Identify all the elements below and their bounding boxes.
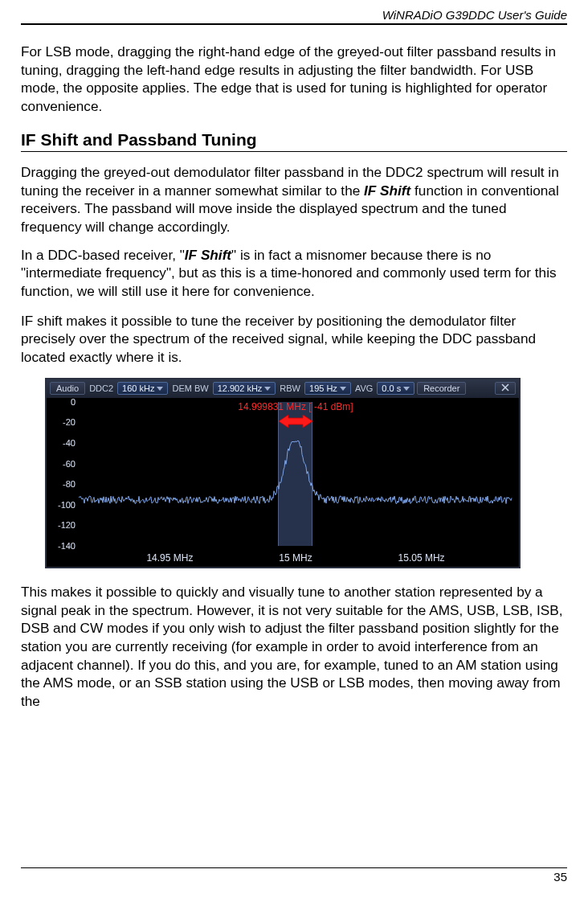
avg-dropdown[interactable]: 0.0 s [377, 382, 414, 395]
x-tick-label: 14.95 MHz [146, 552, 193, 564]
paragraph-lsb-usb: For LSB mode, dragging the right-hand ed… [21, 43, 567, 116]
x-tick-label: 15.05 MHz [398, 552, 445, 564]
ddc2-dropdown[interactable]: 160 kHz [117, 382, 168, 395]
heading-if-shift: IF Shift and Passband Tuning [21, 130, 567, 152]
x-tick-label: 15 MHz [279, 552, 312, 564]
spectrum-trace [79, 402, 512, 546]
rbw-label: RBW [278, 383, 302, 393]
chevron-down-icon [340, 387, 346, 391]
y-axis: 0-20-40-60-80-100-120-140 [47, 402, 77, 546]
audio-button[interactable]: Audio [50, 382, 85, 395]
page-footer: 35 [21, 867, 567, 884]
chevron-down-icon [157, 387, 163, 391]
ddc2-label: DDC2 [88, 383, 115, 393]
y-tick-label: -80 [63, 479, 76, 489]
close-icon[interactable] [495, 382, 516, 395]
paragraph-ifshift-intro: Dragging the greyed-out demodulator filt… [21, 163, 567, 236]
plot-area[interactable]: 14.999831 MHz [ -41 dBm] [79, 402, 512, 546]
y-tick-label: -120 [58, 520, 76, 530]
document-page: WiNRADiO G39DDC User's Guide For LSB mod… [0, 0, 588, 898]
spacer [21, 154, 567, 163]
header-title: WiNRADiO G39DDC User's Guide [382, 8, 567, 22]
chevron-down-icon [403, 387, 410, 391]
y-tick-label: -20 [63, 417, 76, 427]
y-tick-label: -140 [58, 541, 76, 551]
dembw-value: 12.902 kHz [218, 383, 263, 393]
term-if-shift: IF Shift [185, 247, 231, 263]
page-number: 35 [553, 870, 567, 884]
avg-label: AVG [353, 383, 374, 393]
recorder-button[interactable]: Recorder [417, 382, 466, 395]
paragraph-conclusion: This makes it possible to quickly and vi… [21, 583, 567, 711]
avg-value: 0.0 s [382, 383, 401, 393]
x-axis: 14.95 MHz15 MHz15.05 MHz [79, 549, 512, 564]
text-fragment: In a DDC-based receiver, " [21, 247, 185, 263]
term-if-shift: IF Shift [364, 182, 410, 199]
paragraph-ifshift-purpose: IF shift makes it possible to tune the r… [21, 312, 567, 367]
y-tick-label: -40 [63, 438, 76, 448]
rbw-dropdown[interactable]: 195 Hz [304, 382, 351, 395]
spectrum-toolbar: Audio DDC2 160 kHz DEM BW 12.902 kHz RBW… [47, 379, 519, 399]
ddc2-value: 160 kHz [122, 383, 154, 393]
page-header: WiNRADiO G39DDC User's Guide [21, 8, 567, 25]
spectrum-plot[interactable]: 0-20-40-60-80-100-120-140 14.999831 MHz … [47, 399, 519, 567]
dembw-label: DEM BW [170, 383, 210, 393]
rbw-value: 195 Hz [309, 383, 337, 393]
dembw-dropdown[interactable]: 12.902 kHz [213, 382, 276, 395]
chevron-down-icon [264, 387, 271, 391]
y-tick-label: -100 [58, 500, 76, 510]
y-tick-label: -60 [63, 459, 76, 469]
spectrum-panel: Audio DDC2 160 kHz DEM BW 12.902 kHz RBW… [45, 378, 521, 568]
y-tick-label: 0 [71, 397, 76, 407]
paragraph-misnomer: In a DDC-based receiver, "IF Shift" is i… [21, 246, 567, 301]
